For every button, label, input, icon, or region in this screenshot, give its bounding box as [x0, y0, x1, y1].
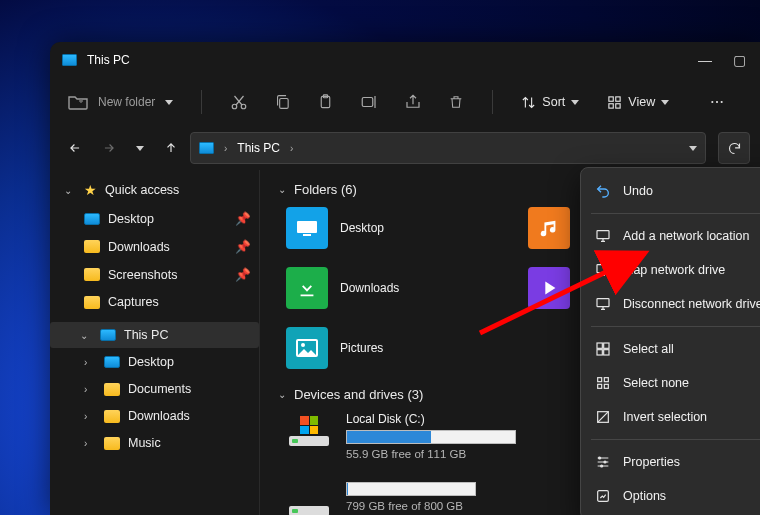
folder-tile-pictures[interactable]: Pictures	[286, 327, 486, 369]
divider	[201, 90, 202, 114]
chevron-right-icon[interactable]: ›	[290, 143, 293, 154]
titlebar: This PC — ▢	[50, 42, 760, 78]
folder-tile-downloads[interactable]: Downloads	[286, 267, 486, 309]
monitor-icon	[104, 356, 120, 368]
window-title: This PC	[87, 53, 130, 67]
menu-item-select-all[interactable]: Select all	[581, 332, 760, 366]
this-pc-icon	[199, 142, 214, 154]
rename-icon[interactable]	[360, 93, 378, 111]
svg-point-12	[721, 101, 723, 103]
nav-label: Downloads	[108, 240, 170, 254]
this-pc-icon	[62, 54, 77, 66]
menu-item-properties[interactable]: Properties	[581, 445, 760, 479]
menu-label: Map network drive	[623, 263, 725, 277]
drive-tile-c[interactable]: Local Disk (C:) 55.9 GB free of 111 GB	[286, 412, 526, 460]
back-button[interactable]	[68, 141, 82, 155]
new-folder-button[interactable]: New folder	[68, 94, 173, 110]
nav-item-documents[interactable]: › Documents	[50, 376, 259, 402]
nav-item-captures[interactable]: Captures	[50, 289, 259, 315]
folder-icon	[84, 268, 100, 281]
chevron-down-icon: ⌄	[278, 389, 286, 400]
maximize-button[interactable]: ▢	[733, 52, 746, 68]
more-icon	[707, 94, 727, 110]
music-folder-icon	[528, 207, 570, 249]
copy-icon[interactable]	[274, 93, 291, 111]
select-all-icon	[595, 341, 611, 357]
chevron-down-icon: ⌄	[278, 184, 286, 195]
select-none-icon	[595, 375, 611, 391]
menu-label: Properties	[623, 455, 680, 469]
drive-tile[interactable]: 799 GB free of 800 GB	[286, 482, 486, 515]
menu-item-select-none[interactable]: Select none	[581, 366, 760, 400]
share-icon[interactable]	[404, 93, 422, 111]
nav-item-desktop[interactable]: Desktop 📌	[50, 205, 259, 232]
chevron-down-icon	[165, 100, 173, 105]
delete-icon[interactable]	[448, 93, 464, 111]
svg-point-16	[301, 343, 305, 347]
nav-quick-access[interactable]: ⌄ ★ Quick access	[50, 176, 259, 204]
menu-item-options[interactable]: Options	[581, 479, 760, 513]
folder-label: Downloads	[340, 281, 399, 295]
nav-item-desktop-pc[interactable]: › Desktop	[50, 349, 259, 375]
breadcrumb-root[interactable]: This PC	[237, 141, 280, 155]
history-chevron[interactable]	[689, 146, 697, 151]
refresh-button[interactable]	[718, 132, 750, 164]
nav-item-downloads[interactable]: Downloads 📌	[50, 233, 259, 260]
svg-rect-5	[363, 98, 374, 107]
chevron-down-icon: ⌄	[80, 330, 92, 341]
nav-item-downloads-pc[interactable]: › Downloads	[50, 403, 259, 429]
sort-label: Sort	[542, 95, 565, 109]
history-dropdown[interactable]	[136, 146, 144, 151]
svg-rect-21	[604, 343, 609, 348]
menu-item-add-network-location[interactable]: Add a network location	[581, 219, 760, 253]
folder-tile[interactable]	[528, 207, 588, 249]
folder-tile-desktop[interactable]: Desktop	[286, 207, 486, 249]
menu-label: Disconnect network drive	[623, 297, 760, 311]
up-button[interactable]	[164, 141, 178, 155]
menu-item-invert-selection[interactable]: Invert selection	[581, 400, 760, 434]
monitor-icon	[100, 329, 116, 341]
group-header-label: Folders (6)	[294, 182, 357, 197]
options-icon	[595, 488, 611, 504]
minimize-button[interactable]: —	[698, 52, 711, 68]
svg-rect-13	[297, 221, 317, 233]
svg-rect-7	[616, 96, 620, 100]
breadcrumb-bar[interactable]: › This PC ›	[190, 132, 706, 164]
svg-rect-8	[609, 103, 613, 107]
nav-item-screenshots[interactable]: Screenshots 📌	[50, 261, 259, 288]
chevron-right-icon[interactable]: ›	[224, 143, 227, 154]
menu-item-undo[interactable]: Undo	[581, 174, 760, 208]
menu-item-map-network-drive[interactable]: Map network drive	[581, 253, 760, 287]
svg-point-29	[599, 457, 601, 459]
usage-bar	[346, 482, 476, 496]
pin-icon: 📌	[235, 239, 251, 254]
more-button[interactable]	[707, 94, 727, 110]
folder-tile[interactable]	[528, 267, 588, 309]
context-menu: Undo Add a network location Map network …	[580, 167, 760, 515]
nav-item-music[interactable]: › Music	[50, 430, 259, 456]
menu-label: Options	[623, 489, 666, 503]
sort-button[interactable]: Sort	[521, 95, 579, 110]
chevron-down-icon	[571, 100, 579, 105]
navigation-pane: ⌄ ★ Quick access Desktop 📌 Downloads 📌 S…	[50, 170, 260, 515]
usage-bar	[346, 430, 516, 444]
chevron-down-icon: ⌄	[64, 185, 76, 196]
chevron-right-icon: ›	[84, 357, 96, 368]
monitor-icon	[84, 213, 100, 225]
svg-rect-23	[604, 350, 609, 355]
drive-icon	[286, 416, 332, 446]
menu-label: Undo	[623, 184, 653, 198]
forward-button[interactable]	[102, 141, 116, 155]
window-controls: — ▢	[698, 52, 748, 68]
svg-rect-26	[598, 384, 602, 388]
monitor-icon	[595, 296, 611, 312]
nav-this-pc[interactable]: ⌄ This PC	[50, 322, 259, 348]
menu-item-disconnect-network-drive[interactable]: Disconnect network drive	[581, 287, 760, 321]
svg-point-31	[601, 465, 603, 467]
paste-icon[interactable]	[317, 93, 334, 111]
cut-icon[interactable]	[230, 93, 248, 111]
view-button[interactable]: View	[607, 95, 669, 110]
new-folder-icon	[68, 94, 88, 110]
invert-icon	[595, 409, 611, 425]
chevron-right-icon: ›	[84, 438, 96, 449]
